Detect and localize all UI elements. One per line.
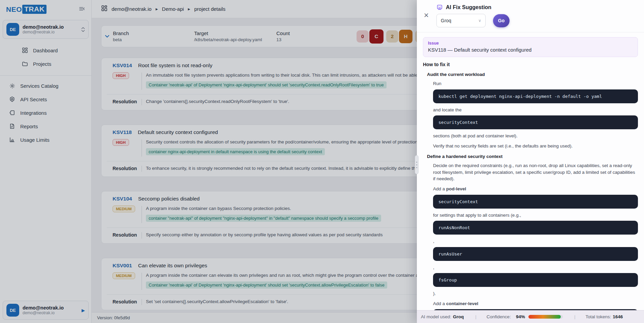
sidebar-secondary-nav: Services Catalog API Secrets Integration… — [0, 79, 91, 146]
confidence-bar-track — [528, 315, 563, 319]
sidebar-item-integrations[interactable]: Integrations — [0, 106, 91, 119]
confidence-bar-fill — [528, 315, 561, 319]
model-select[interactable]: Groq ∨ — [436, 14, 486, 27]
step-text: Add a container-level — [433, 300, 638, 307]
sidebar-item-projects[interactable]: Projects — [0, 57, 91, 71]
sidebar-item-dashboard[interactable]: Dashboard — [0, 44, 91, 57]
footer-separator: | — [475, 314, 477, 319]
collapse-sidebar-icon — [79, 8, 85, 13]
high-count-badge[interactable]: 2 — [386, 30, 398, 43]
code-block: kubectl get deployment nginx-api-deploym… — [433, 89, 638, 103]
step-text: Decide on the required constraints (e.g.… — [433, 162, 638, 182]
sidebar: NEOTRAK DE demo@neotrak.io demo@neotrak.… — [0, 0, 92, 323]
critical-badge[interactable]: C — [369, 29, 384, 44]
step-text: , — [433, 264, 638, 271]
confidence-meter: Confidence: 94% — [487, 314, 563, 319]
close-icon[interactable]: ✕ — [424, 12, 429, 19]
code-block: runAsUser — [433, 247, 638, 261]
count-value: 13 — [276, 37, 357, 42]
high-badge[interactable]: H — [399, 30, 412, 43]
go-button[interactable]: Go — [493, 14, 510, 27]
finding-highlight: container nginx-api-deployment in defaul… — [146, 148, 325, 155]
finding-id-link[interactable]: KSV014 — [113, 62, 132, 69]
severity-badge: MEDIUM — [113, 272, 135, 279]
step-text: , — [433, 238, 638, 245]
step-text: sections (both at pod and container leve… — [433, 133, 638, 139]
target-label: Target — [194, 30, 276, 36]
code-block: runAsNonRoot — [433, 221, 638, 235]
step-heading: Audit the current workload — [427, 72, 638, 77]
step-text: Add a pod-level — [433, 186, 638, 192]
sidebar-item-services-catalog[interactable]: Services Catalog — [0, 79, 91, 92]
confidence-value: 94% — [516, 314, 525, 319]
sidebar-item-api-secrets[interactable]: API Secrets — [0, 92, 91, 106]
sidebar-primary-nav: Dashboard Projects — [0, 41, 91, 73]
finding-highlight: container "neotrak-api" of deployment "n… — [146, 215, 381, 222]
step-text: Run — [433, 80, 638, 87]
sidebar-item-label: Projects — [33, 61, 51, 67]
app-logo: NEOTRAK — [6, 5, 47, 14]
sidebar-item-label: Usage Limits — [20, 137, 50, 143]
panel-header: ✕ AI Fix Suggestion Groq ∨ Go — [417, 0, 644, 32]
workspace-switcher[interactable]: DE demo@neotrak.io demo@neotrak.io — [3, 20, 89, 39]
resolution-label: Resolution — [113, 299, 137, 304]
gear-icon — [9, 82, 16, 89]
sidebar-collapse-button[interactable] — [78, 5, 86, 14]
sidebar-item-usage-limits[interactable]: Usage Limits — [0, 133, 91, 146]
logo-text-trak: TRAK — [22, 5, 47, 14]
step-text: for settings that apply to all container… — [433, 212, 638, 219]
panel-title: AI Fix Suggestion — [446, 4, 491, 10]
bar-chart-icon — [9, 136, 16, 143]
tokens-label: Total tokens: — [585, 314, 611, 319]
breadcrumb-item-page[interactable]: project details — [194, 6, 226, 12]
logo-row: NEOTRAK — [0, 0, 91, 17]
account-menu[interactable]: DE demo@neotrak.io demo@neotrak.io ▶ — [3, 301, 89, 320]
finding-id-link[interactable]: KSV118 — [113, 129, 132, 135]
workspace-name: demo@neotrak.io — [23, 24, 78, 30]
resolution-label: Resolution — [113, 232, 137, 238]
confidence-label: Confidence: — [487, 314, 511, 319]
code-block: fsGroup — [433, 273, 638, 287]
model-used-label: AI model used: — [421, 314, 451, 319]
count-label: Count — [276, 30, 357, 36]
breadcrumb-item-project[interactable]: Demo-api — [162, 6, 184, 12]
logo-text-neo: NEO — [6, 5, 22, 14]
panel-resize-handle[interactable] — [415, 155, 419, 174]
finding-title: Seccomp policies disabled — [138, 196, 200, 202]
sidebar-item-label: Dashboard — [33, 48, 58, 53]
panel-body: Issue KSV118 — Default security context … — [417, 32, 644, 310]
finding-id-link[interactable]: KSV001 — [113, 263, 132, 269]
version-text: Version: 0fe5d9d — [97, 315, 130, 320]
sidebar-item-reports[interactable]: Reports — [0, 119, 91, 133]
step-text: Verify that no security fields are set (… — [433, 143, 638, 150]
step-text: ). — [433, 290, 638, 297]
account-name: demo@neotrak.io — [23, 305, 78, 311]
target-value: /k8s/beta/neotrak-api-deploy.yaml — [194, 37, 276, 42]
finding-id-link[interactable]: KSV104 — [113, 196, 132, 202]
issue-box: Issue KSV118 — Default security context … — [423, 37, 638, 57]
sidebar-item-label: Services Catalog — [20, 83, 58, 89]
issue-label: Issue — [428, 41, 633, 46]
model-used-value: Groq — [453, 314, 464, 319]
avatar: DE — [6, 304, 19, 317]
severity-badge: MEDIUM — [113, 206, 135, 212]
severity-badge: HIGH — [113, 139, 129, 146]
robot-icon — [436, 4, 443, 10]
step-text: and locate the — [433, 107, 638, 113]
severity-badge: HIGH — [113, 72, 129, 79]
grid-icon — [22, 47, 28, 54]
chevron-down-icon[interactable] — [105, 35, 110, 38]
puzzle-icon — [9, 109, 16, 116]
breadcrumb-item-workspace[interactable]: demo@neotrak.io — [112, 6, 152, 12]
finding-title: Default security context configured — [138, 129, 218, 135]
nut-icon — [9, 96, 16, 103]
issue-text: KSV118 — Default security context config… — [428, 47, 633, 53]
sidebar-item-label: API Secrets — [20, 97, 47, 102]
breadcrumb: demo@neotrak.io ▶ Demo-api ▶ project det… — [112, 6, 225, 12]
avatar: DE — [6, 23, 19, 36]
branch-label: Branch — [113, 30, 194, 36]
critical-count-badge[interactable]: 0 — [357, 30, 369, 43]
finding-highlight: Container 'neotrak-api' of Deployment 'n… — [146, 281, 387, 289]
ai-meta-footer: AI model used: Groq | Confidence: 94% | … — [417, 310, 644, 323]
workspace-email: demo@neotrak.io — [23, 30, 78, 34]
